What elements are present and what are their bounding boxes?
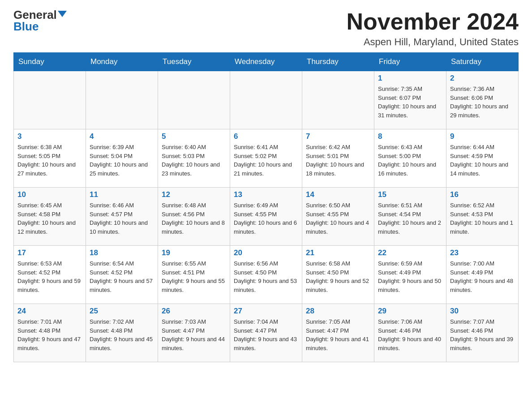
day-info: Sunrise: 6:39 AMSunset: 5:04 PMDaylight:…: [90, 143, 154, 178]
day-number: 25: [90, 307, 154, 316]
day-info: Sunrise: 6:40 AMSunset: 5:03 PMDaylight:…: [162, 143, 226, 178]
day-info: Sunrise: 7:02 AMSunset: 4:48 PMDaylight:…: [90, 317, 154, 352]
calendar-cell: 1Sunrise: 7:35 AMSunset: 6:07 PMDaylight…: [374, 71, 446, 129]
calendar-cell: 4Sunrise: 6:39 AMSunset: 5:04 PMDaylight…: [86, 129, 158, 188]
day-info: Sunrise: 7:05 AMSunset: 4:47 PMDaylight:…: [306, 317, 370, 352]
day-info: Sunrise: 6:44 AMSunset: 4:59 PMDaylight:…: [450, 143, 515, 178]
week-row-2: 3Sunrise: 6:38 AMSunset: 5:05 PMDaylight…: [14, 129, 519, 188]
header-tuesday: Tuesday: [158, 53, 230, 71]
day-info: Sunrise: 6:52 AMSunset: 4:53 PMDaylight:…: [450, 201, 515, 236]
day-number: 15: [378, 190, 442, 199]
logo-triangle-icon: [58, 11, 67, 17]
day-info: Sunrise: 6:49 AMSunset: 4:55 PMDaylight:…: [234, 201, 298, 236]
day-info: Sunrise: 7:04 AMSunset: 4:47 PMDaylight:…: [234, 317, 298, 352]
day-number: 24: [17, 307, 82, 316]
calendar-cell: 30Sunrise: 7:07 AMSunset: 4:46 PMDayligh…: [446, 304, 519, 362]
calendar-cell: 7Sunrise: 6:42 AMSunset: 5:01 PMDaylight…: [302, 129, 374, 188]
day-number: 23: [450, 248, 515, 257]
day-number: 3: [17, 132, 82, 141]
day-number: 11: [90, 190, 154, 199]
calendar-cell: 15Sunrise: 6:51 AMSunset: 4:54 PMDayligh…: [374, 188, 446, 246]
calendar-cell: 28Sunrise: 7:05 AMSunset: 4:47 PMDayligh…: [302, 304, 374, 362]
day-number: 13: [234, 190, 298, 199]
calendar-cell: 20Sunrise: 6:56 AMSunset: 4:50 PMDayligh…: [230, 246, 302, 304]
logo-blue-text: Blue: [13, 21, 39, 32]
title-block: November 2024 Aspen Hill, Maryland, Unit…: [347, 9, 519, 48]
day-number: 18: [90, 248, 154, 257]
header-monday: Monday: [86, 53, 158, 71]
calendar-cell: 25Sunrise: 7:02 AMSunset: 4:48 PMDayligh…: [86, 304, 158, 362]
day-info: Sunrise: 6:50 AMSunset: 4:55 PMDaylight:…: [306, 201, 370, 236]
logo-general-text: General: [13, 9, 57, 21]
day-number: 4: [90, 132, 154, 141]
day-info: Sunrise: 6:54 AMSunset: 4:52 PMDaylight:…: [90, 259, 154, 294]
calendar-cell: 29Sunrise: 7:06 AMSunset: 4:46 PMDayligh…: [374, 304, 446, 362]
calendar-cell: 5Sunrise: 6:40 AMSunset: 5:03 PMDaylight…: [158, 129, 230, 188]
day-info: Sunrise: 6:45 AMSunset: 4:58 PMDaylight:…: [17, 201, 82, 236]
day-number: 26: [162, 307, 226, 316]
page-header: General Blue November 2024 Aspen Hill, M…: [13, 9, 519, 48]
calendar-cell: 26Sunrise: 7:03 AMSunset: 4:47 PMDayligh…: [158, 304, 230, 362]
calendar-table: SundayMondayTuesdayWednesdayThursdayFrid…: [13, 52, 519, 362]
day-number: 12: [162, 190, 226, 199]
week-row-5: 24Sunrise: 7:01 AMSunset: 4:48 PMDayligh…: [14, 304, 519, 362]
day-number: 28: [306, 307, 370, 316]
calendar-cell: [158, 71, 230, 129]
day-number: 16: [450, 190, 515, 199]
day-info: Sunrise: 6:58 AMSunset: 4:50 PMDaylight:…: [306, 259, 370, 294]
calendar-cell: 22Sunrise: 6:59 AMSunset: 4:49 PMDayligh…: [374, 246, 446, 304]
calendar-cell: 24Sunrise: 7:01 AMSunset: 4:48 PMDayligh…: [14, 304, 86, 362]
calendar-cell: 9Sunrise: 6:44 AMSunset: 4:59 PMDaylight…: [446, 129, 519, 188]
calendar-cell: [86, 71, 158, 129]
day-info: Sunrise: 6:56 AMSunset: 4:50 PMDaylight:…: [234, 259, 298, 294]
calendar-cell: 2Sunrise: 7:36 AMSunset: 6:06 PMDaylight…: [446, 71, 519, 129]
day-info: Sunrise: 6:41 AMSunset: 5:02 PMDaylight:…: [234, 143, 298, 178]
calendar-cell: 27Sunrise: 7:04 AMSunset: 4:47 PMDayligh…: [230, 304, 302, 362]
calendar-cell: 16Sunrise: 6:52 AMSunset: 4:53 PMDayligh…: [446, 188, 519, 246]
header-saturday: Saturday: [446, 53, 519, 71]
day-info: Sunrise: 7:00 AMSunset: 4:49 PMDaylight:…: [450, 259, 515, 294]
day-info: Sunrise: 6:43 AMSunset: 5:00 PMDaylight:…: [378, 143, 442, 178]
calendar-cell: 3Sunrise: 6:38 AMSunset: 5:05 PMDaylight…: [14, 129, 86, 188]
day-info: Sunrise: 6:59 AMSunset: 4:49 PMDaylight:…: [378, 259, 442, 294]
header-sunday: Sunday: [14, 53, 86, 71]
week-row-4: 17Sunrise: 6:53 AMSunset: 4:52 PMDayligh…: [14, 246, 519, 304]
day-info: Sunrise: 6:38 AMSunset: 5:05 PMDaylight:…: [17, 143, 82, 178]
month-title: November 2024: [347, 9, 519, 34]
day-info: Sunrise: 7:01 AMSunset: 4:48 PMDaylight:…: [17, 317, 82, 352]
day-info: Sunrise: 6:55 AMSunset: 4:51 PMDaylight:…: [162, 259, 226, 294]
day-info: Sunrise: 7:06 AMSunset: 4:46 PMDaylight:…: [378, 317, 442, 352]
day-number: 27: [234, 307, 298, 316]
calendar-cell: [230, 71, 302, 129]
day-number: 19: [162, 248, 226, 257]
calendar-cell: 23Sunrise: 7:00 AMSunset: 4:49 PMDayligh…: [446, 246, 519, 304]
day-info: Sunrise: 7:07 AMSunset: 4:46 PMDaylight:…: [450, 317, 515, 352]
day-info: Sunrise: 6:51 AMSunset: 4:54 PMDaylight:…: [378, 201, 442, 236]
logo: General Blue: [13, 9, 67, 32]
header-thursday: Thursday: [302, 53, 374, 71]
calendar-header: SundayMondayTuesdayWednesdayThursdayFrid…: [14, 53, 519, 71]
day-number: 7: [306, 132, 370, 141]
day-number: 14: [306, 190, 370, 199]
calendar-cell: [302, 71, 374, 129]
day-number: 17: [17, 248, 82, 257]
day-number: 1: [378, 74, 442, 83]
calendar-cell: 21Sunrise: 6:58 AMSunset: 4:50 PMDayligh…: [302, 246, 374, 304]
calendar-cell: 12Sunrise: 6:48 AMSunset: 4:56 PMDayligh…: [158, 188, 230, 246]
day-number: 2: [450, 74, 515, 83]
calendar-cell: 8Sunrise: 6:43 AMSunset: 5:00 PMDaylight…: [374, 129, 446, 188]
calendar-cell: 6Sunrise: 6:41 AMSunset: 5:02 PMDaylight…: [230, 129, 302, 188]
calendar-cell: 18Sunrise: 6:54 AMSunset: 4:52 PMDayligh…: [86, 246, 158, 304]
day-info: Sunrise: 7:35 AMSunset: 6:07 PMDaylight:…: [378, 85, 442, 120]
calendar-cell: [14, 71, 86, 129]
day-number: 22: [378, 248, 442, 257]
day-number: 9: [450, 132, 515, 141]
day-number: 10: [17, 190, 82, 199]
day-number: 30: [450, 307, 515, 316]
calendar-cell: 19Sunrise: 6:55 AMSunset: 4:51 PMDayligh…: [158, 246, 230, 304]
day-info: Sunrise: 7:36 AMSunset: 6:06 PMDaylight:…: [450, 85, 515, 120]
day-number: 21: [306, 248, 370, 257]
header-friday: Friday: [374, 53, 446, 71]
day-number: 29: [378, 307, 442, 316]
day-number: 20: [234, 248, 298, 257]
